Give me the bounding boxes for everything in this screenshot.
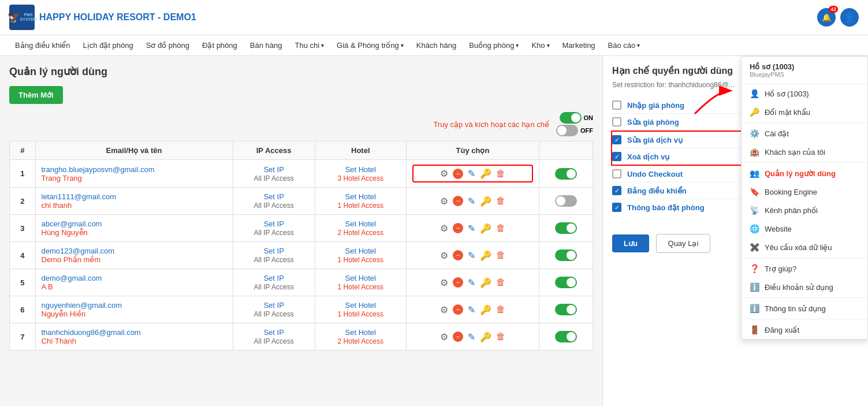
add-user-button[interactable]: Thêm Mới: [9, 86, 63, 104]
block-icon[interactable]: −: [452, 195, 464, 207]
row-toggle[interactable]: [555, 249, 577, 261]
nav-khach-hang[interactable]: Khách hàng: [411, 35, 462, 55]
dropdown-item[interactable]: 👤 Hồ sơ (1003): [742, 84, 867, 103]
set-ip-link[interactable]: Set IP: [263, 192, 284, 201]
edit-icon[interactable]: ✎: [467, 249, 476, 262]
set-ip-link[interactable]: Set IP: [263, 274, 284, 282]
trash-icon[interactable]: 🗑: [495, 303, 506, 316]
nav-thu-chi[interactable]: Thu chi▾: [289, 35, 330, 55]
hotel-access-text[interactable]: 1 Hotel Access: [338, 283, 383, 291]
set-ip-link[interactable]: Set IP: [263, 328, 284, 337]
edit-icon[interactable]: ✎: [467, 167, 476, 180]
email-text[interactable]: trangho.bluejayposvn@gmail.com: [42, 165, 155, 174]
row-toggle[interactable]: [555, 168, 577, 180]
gear-icon[interactable]: ⚙: [439, 249, 449, 262]
set-hotel-link[interactable]: Set Hotel: [321, 247, 400, 255]
gear-icon[interactable]: ⚙: [439, 167, 449, 180]
nav-dat-phong[interactable]: Đặt phòng: [196, 35, 243, 55]
set-hotel-link[interactable]: Set Hotel: [321, 328, 400, 337]
nav-marketing[interactable]: Marketing: [557, 35, 601, 55]
nav-so-do-phong[interactable]: Sơ đồ phòng: [140, 35, 195, 55]
dropdown-item[interactable]: 🏨 Khách sạn của tôi: [742, 143, 867, 161]
dropdown-item[interactable]: 🚪 Đăng xuất: [742, 321, 867, 339]
nav-lich-dat-phong[interactable]: Lịch đặt phòng: [77, 35, 139, 55]
hotel-access-text[interactable]: 1 Hotel Access: [338, 310, 383, 318]
row-toggle[interactable]: [555, 277, 577, 288]
email-text[interactable]: demo123@gmail.com: [42, 247, 115, 255]
nav-bao-cao[interactable]: Báo cáo▾: [602, 35, 646, 55]
dropdown-item[interactable]: ℹ️ Điều khoản sử dụng: [742, 278, 867, 296]
dropdown-item[interactable]: ℹ️ Thông tin sử dụng: [742, 299, 867, 318]
row-toggle[interactable]: [555, 304, 577, 315]
edit-icon[interactable]: ✎: [467, 303, 476, 316]
gear-icon[interactable]: ⚙: [439, 276, 449, 289]
email-text[interactable]: abcer@gmail.com: [42, 219, 102, 228]
dropdown-item[interactable]: 👥 Quản lý người dùng: [742, 164, 867, 182]
set-hotel-link[interactable]: Set Hotel: [321, 165, 400, 174]
block-icon[interactable]: −: [452, 167, 464, 180]
set-ip-link[interactable]: Set IP: [263, 165, 284, 174]
dropdown-item[interactable]: ✖️ Yêu cầu xóa dữ liệu: [742, 238, 867, 256]
trash-icon[interactable]: 🗑: [495, 195, 506, 207]
edit-icon[interactable]: ✎: [467, 195, 476, 208]
dropdown-item[interactable]: 🔖 Booking Engine: [742, 182, 867, 201]
back-button[interactable]: Quay Lại: [656, 234, 711, 253]
set-hotel-link[interactable]: Set Hotel: [321, 301, 400, 310]
key-icon[interactable]: 🔑: [479, 195, 493, 208]
nav-bang-dieu-khien[interactable]: Bảng điều khiển: [9, 35, 76, 55]
dropdown-item[interactable]: 🔑 Đổi mật khẩu: [742, 103, 867, 121]
nav-kho[interactable]: Kho▾: [526, 35, 555, 55]
nav-buong-phong[interactable]: Buồng phòng▾: [463, 35, 524, 55]
hotel-access-text[interactable]: 1 Hotel Access: [338, 256, 383, 264]
hotel-access-text[interactable]: 2 Hotel Access: [338, 337, 383, 345]
trash-icon[interactable]: 🗑: [495, 276, 506, 289]
row-toggle[interactable]: [555, 222, 577, 234]
dropdown-item[interactable]: 📡 Kênh phân phối: [742, 201, 867, 219]
email-text[interactable]: thanhchiduong86@gmail.com: [42, 328, 141, 337]
gear-icon[interactable]: ⚙: [439, 303, 449, 316]
key-icon[interactable]: 🔑: [479, 276, 493, 289]
email-text[interactable]: demo@gmail.com: [42, 274, 102, 282]
dropdown-item[interactable]: ❓ Trợ giúp?: [742, 259, 867, 278]
key-icon[interactable]: 🔑: [479, 330, 493, 344]
set-ip-link[interactable]: Set IP: [263, 301, 284, 310]
key-icon[interactable]: 🔑: [479, 222, 493, 235]
gear-icon[interactable]: ⚙: [439, 222, 449, 235]
nav-gia-phong-trong[interactable]: Giá & Phòng trống▾: [331, 35, 409, 55]
restriction-checkbox[interactable]: ✓: [612, 203, 621, 212]
notification-button[interactable]: 🔔 42: [817, 8, 836, 27]
key-icon[interactable]: 🔑: [479, 249, 493, 262]
user-avatar[interactable]: 👤: [840, 8, 859, 27]
restriction-checkbox[interactable]: ✓: [612, 152, 621, 161]
row-toggle[interactable]: [555, 195, 577, 207]
block-icon[interactable]: −: [452, 276, 464, 289]
save-button[interactable]: Lưu: [612, 234, 649, 252]
hotel-access-text[interactable]: 3 Hotel Access: [338, 174, 383, 182]
restriction-checkbox[interactable]: ✓: [612, 186, 621, 195]
edit-icon[interactable]: ✎: [467, 276, 476, 289]
restriction-checkbox[interactable]: [612, 169, 621, 178]
toggle-on-switch[interactable]: [560, 112, 582, 124]
gear-icon[interactable]: ⚙: [439, 195, 449, 208]
set-ip-link[interactable]: Set IP: [263, 247, 284, 255]
edit-icon[interactable]: ✎: [467, 222, 476, 235]
hotel-access-text[interactable]: 2 Hotel Access: [338, 229, 383, 237]
nav-ban-hang[interactable]: Bán hàng: [244, 35, 288, 55]
block-icon[interactable]: −: [452, 330, 464, 343]
block-icon[interactable]: −: [452, 303, 464, 316]
set-hotel-link[interactable]: Set Hotel: [321, 192, 400, 201]
trash-icon[interactable]: 🗑: [495, 222, 506, 234]
set-hotel-link[interactable]: Set Hotel: [321, 219, 400, 228]
restriction-checkbox[interactable]: [612, 117, 621, 126]
dropdown-item[interactable]: 🌐 Website: [742, 219, 867, 238]
trash-icon[interactable]: 🗑: [495, 330, 506, 343]
key-icon[interactable]: 🔑: [479, 303, 493, 316]
restriction-checkbox[interactable]: ✓: [612, 135, 621, 144]
set-ip-link[interactable]: Set IP: [263, 219, 284, 228]
trash-icon[interactable]: 🗑: [495, 249, 506, 262]
dropdown-item[interactable]: ⚙️ Cài đặt: [742, 124, 867, 143]
row-toggle[interactable]: [555, 331, 577, 342]
edit-icon[interactable]: ✎: [467, 330, 476, 344]
hotel-access-text[interactable]: 1 Hotel Access: [338, 202, 383, 210]
set-hotel-link[interactable]: Set Hotel: [321, 274, 400, 282]
